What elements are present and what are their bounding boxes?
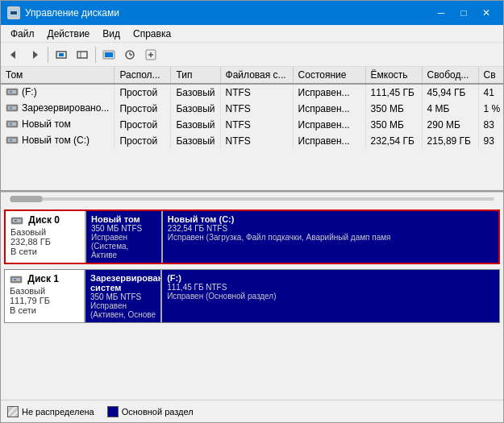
cell-location: Простой [115, 117, 171, 133]
cell-capacity: 232,54 ГБ [365, 133, 422, 149]
disk-label-disk0: Диск 0 Базовый 232,88 ГБ В сети [6, 211, 86, 263]
cell-fs: NTFS [220, 84, 293, 101]
cell-capacity: 350 МБ [365, 117, 422, 133]
cell-free: 4 МБ [422, 101, 478, 117]
partition-disk1-0[interactable]: Зарезервировано систем 350 МБ NTFS Испра… [85, 270, 162, 322]
cell-type: Базовый [171, 101, 220, 117]
horizontal-scrollbar[interactable] [1, 192, 503, 205]
disk-label-disk1: Диск 1 Базовый 111,79 ГБ В сети [5, 270, 85, 322]
svg-rect-6 [77, 52, 87, 58]
minimize-button[interactable]: ─ [431, 5, 452, 21]
menu-action[interactable]: Действие [41, 25, 97, 42]
partition-status-disk1-0: Исправен (Активен, Основе [90, 301, 156, 319]
toolbar-btn-4[interactable] [120, 45, 140, 64]
menu-help[interactable]: Справка [127, 25, 177, 42]
maximize-button[interactable]: □ [453, 5, 474, 21]
legend: Не распределена Основной раздел [1, 400, 503, 422]
disk-type-disk0: Базовый [10, 227, 80, 237]
legend-blue-icon [107, 406, 119, 417]
toolbar-sep-2 [95, 47, 96, 63]
legend-primary-label: Основной раздел [122, 407, 194, 417]
close-button[interactable]: ✕ [476, 5, 497, 21]
partition-disk1-1[interactable]: (F:) 111,45 ГБ NTFS Исправен (Основной р… [162, 270, 499, 322]
main-window: Управление дисками ─ □ ✕ Файл Действие В… [0, 0, 504, 423]
table-row[interactable]: (F:) Простой Базовый NTFS Исправен... 11… [1, 84, 503, 101]
svg-rect-1 [10, 11, 17, 15]
toolbar-btn-3[interactable] [99, 45, 119, 64]
partition-name-disk1-0: Зарезервировано систем [90, 273, 156, 292]
toolbar-sep-1 [48, 47, 48, 63]
cell-pct: 1 % [478, 101, 503, 117]
menu-bar: Файл Действие Вид Справка [1, 25, 503, 43]
col-capacity: Ёмкость [365, 67, 422, 84]
col-free: Свобод... [422, 67, 478, 84]
svg-rect-29 [10, 196, 43, 202]
partition-size-disk0-0: 350 МБ NTFS [91, 224, 156, 233]
toolbar-btn-5[interactable] [141, 45, 160, 64]
main-content: Том Распол... Тип Файловая с... Состояни… [1, 67, 503, 422]
disk-size-disk1: 111,79 ГБ [10, 296, 79, 305]
cell-name: Зарезервировано... [1, 101, 115, 117]
partition-disk0-0[interactable]: Новый том 350 МБ NTFS Исправен (Система,… [86, 211, 163, 263]
toolbar-btn-2[interactable] [73, 45, 92, 64]
col-pct: Св [478, 67, 503, 84]
disk-row-disk1: Диск 1 Базовый 111,79 ГБ В сети Зарезерв… [4, 269, 500, 323]
disk-table[interactable]: Том Распол... Тип Файловая с... Состояни… [1, 67, 503, 192]
cell-name: (F:) [1, 84, 115, 101]
menu-view[interactable]: Вид [96, 25, 127, 42]
menu-file[interactable]: Файл [4, 25, 41, 42]
partition-disk0-1[interactable]: Новый том (С:) 232,54 ГБ NTFS Исправен (… [163, 211, 498, 263]
toolbar-forward[interactable] [25, 45, 44, 64]
title-bar-left: Управление дисками [7, 6, 119, 19]
col-type: Тип [171, 67, 220, 84]
partition-name-disk1-1: (F:) [167, 273, 494, 283]
svg-rect-9 [105, 52, 113, 57]
disk-type-disk1: Базовый [10, 286, 79, 296]
window-title: Управление дисками [25, 7, 119, 19]
col-fs: Файловая с... [220, 67, 293, 84]
svg-rect-24 [10, 123, 12, 125]
cell-type: Базовый [171, 133, 220, 149]
cell-fs: NTFS [220, 117, 293, 133]
cell-status: Исправен... [293, 84, 365, 101]
table-row[interactable]: Новый том Простой Базовый NTFS Исправен.… [1, 117, 503, 133]
toolbar [1, 43, 503, 67]
cell-type: Базовый [171, 84, 220, 101]
toolbar-btn-1[interactable] [52, 45, 71, 64]
legend-unallocated-label: Не распределена [22, 407, 94, 417]
cell-free: 215,89 ГБ [422, 133, 478, 149]
col-name: Том [1, 67, 115, 84]
cell-location: Простой [115, 101, 171, 117]
cell-pct: 83 [478, 117, 503, 133]
window-icon [7, 6, 20, 19]
cell-type: Базовый [171, 117, 220, 133]
cell-pct: 41 [478, 84, 503, 101]
partition-name-disk0-0: Новый том [91, 214, 156, 224]
svg-marker-2 [10, 51, 15, 59]
disk-row-disk0: Диск 0 Базовый 232,88 ГБ В сети Новый то… [4, 209, 500, 264]
disk-title-disk0: Диск 0 [10, 214, 80, 226]
cell-name: Новый том [1, 117, 115, 133]
cell-fs: NTFS [220, 133, 293, 149]
svg-rect-28 [10, 197, 494, 201]
svg-rect-35 [14, 279, 16, 280]
cell-status: Исправен... [293, 101, 365, 117]
disk-title-disk1: Диск 1 [10, 273, 79, 284]
title-bar: Управление дисками ─ □ ✕ [1, 1, 503, 25]
disk-size-disk0: 232,88 ГБ [10, 237, 80, 247]
cell-free: 45,94 ГБ [422, 84, 478, 101]
table-row[interactable]: Зарезервировано... Простой Базовый NTFS … [1, 101, 503, 117]
disk-partitions-disk0: Новый том 350 МБ NTFS Исправен (Система,… [86, 211, 498, 263]
svg-rect-27 [10, 139, 12, 141]
partition-status-disk0-1: Исправен (Загрузка, Файл подкачки, Авари… [168, 233, 494, 242]
partition-status-disk0-0: Исправен (Система, Активе [91, 233, 156, 259]
title-buttons: ─ □ ✕ [431, 5, 497, 21]
cell-fs: NTFS [220, 101, 293, 117]
partition-size-disk1-0: 350 МБ NTFS [90, 292, 156, 301]
svg-marker-3 [33, 51, 38, 59]
toolbar-back[interactable] [4, 45, 23, 64]
disk-map: Диск 0 Базовый 232,88 ГБ В сети Новый то… [1, 205, 503, 400]
partition-size-disk1-1: 111,45 ГБ NTFS [167, 283, 494, 292]
cell-pct: 93 [478, 133, 503, 149]
table-row[interactable]: Новый том (С:) Простой Базовый NTFS Испр… [1, 133, 503, 149]
